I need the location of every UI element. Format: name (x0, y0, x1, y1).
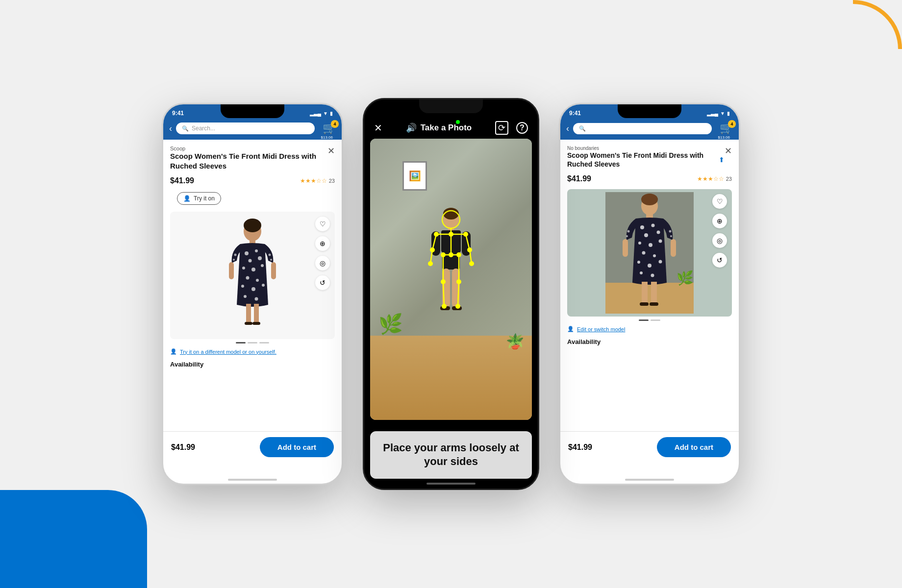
phone3-rating-count: 23 (726, 176, 732, 182)
phone3-360-button[interactable]: ◎ (712, 233, 727, 248)
svg-point-53 (434, 232, 439, 237)
svg-point-77 (657, 231, 660, 234)
svg-point-13 (241, 285, 244, 288)
phone1-notch (221, 104, 284, 118)
svg-point-11 (246, 276, 250, 280)
cart-button[interactable]: 🛒 4 $13.06 (323, 122, 336, 135)
svg-point-18 (234, 254, 237, 256)
svg-point-10 (261, 264, 264, 267)
svg-point-14 (251, 287, 255, 291)
phone3-heart-button[interactable]: ♡ (712, 194, 727, 209)
phone3-top-bar: ‹ 🔍 🛒 4 $13.06 (560, 120, 739, 140)
signal-icon: ▂▃▄ (310, 111, 321, 116)
svg-point-55 (430, 247, 435, 252)
try-on-label: Try it on (194, 195, 215, 202)
phone2-close-icon[interactable]: ✕ (374, 122, 382, 134)
phone-2: ✕ 🔊 Take a Photo ⟳ ? (363, 98, 539, 490)
svg-point-9 (251, 268, 255, 271)
phone3-notch (618, 104, 681, 118)
search-box[interactable]: 🔍 Search... (176, 122, 315, 134)
svg-rect-93 (671, 239, 676, 257)
phone1-product-image: ♡ ⊕ ◎ ↺ (170, 212, 335, 339)
phone2-audio-icon[interactable]: 🔊 (406, 122, 417, 133)
svg-point-78 (638, 242, 641, 245)
phone3-dot-indicator (560, 319, 739, 321)
phone3-cart-price: $13.06 (718, 135, 730, 140)
phone3-refresh-button[interactable]: ↺ (712, 253, 727, 268)
phone3-cart-button[interactable]: 🛒 4 $13.06 (720, 122, 733, 135)
wifi-icon: ▼ (323, 111, 328, 116)
dot-3 (259, 342, 269, 343)
phone3-image-actions: ♡ ⊕ ◎ ↺ (712, 194, 727, 268)
phone3-share-icon[interactable]: ⬆ (719, 156, 725, 164)
try-on-icon: 👤 (183, 195, 191, 202)
svg-point-56 (467, 247, 472, 252)
phone3-cart-badge: 4 (728, 120, 736, 128)
phone1-rating-count: 23 (329, 178, 335, 184)
wifi-icon-3: ▼ (720, 111, 725, 116)
phone3-close-button[interactable]: ✕ (725, 146, 732, 156)
phone3-add-to-cart-button[interactable]: Add to cart (657, 437, 731, 457)
phone1-price-rating: $41.99 ★★★☆☆ 23 (163, 173, 342, 188)
svg-point-72 (641, 194, 658, 205)
svg-point-29 (443, 208, 459, 220)
phone1-360-button[interactable]: ◎ (315, 256, 330, 270)
phone1-heart-button[interactable]: ♡ (315, 217, 330, 231)
phone1-card-header: Scoop Scoop Women's Tie Front Midi Dress… (163, 140, 342, 173)
phone1-bottom-price: $41.99 (171, 443, 195, 452)
phone2-instruction-box: Place your arms loosely at your sides (370, 431, 532, 479)
search-placeholder: Search... (192, 125, 215, 132)
svg-point-87 (651, 274, 654, 277)
phone3-no-boundaries: No boundaries (567, 146, 725, 151)
svg-rect-26 (245, 322, 252, 325)
phone1-time: 9:41 (172, 110, 184, 117)
phone2-camera-view: ✕ 🔊 Take a Photo ⟳ ? (364, 99, 538, 489)
phone1-try-model-link[interactable]: Try it on a different model or on yourse… (180, 349, 276, 355)
phone3-zoom-button[interactable]: ⊕ (712, 214, 727, 228)
svg-rect-97 (650, 302, 658, 306)
phone3-model-photo: 🌿 (567, 189, 732, 317)
svg-point-6 (249, 259, 252, 263)
phone3-search-box[interactable]: 🔍 (573, 123, 712, 134)
battery-icon-3: ▮ (727, 111, 730, 116)
phone3-edit-model-link[interactable]: Edit or switch model (577, 326, 625, 332)
decorative-blue-blob (0, 490, 147, 588)
try-model-icon: 👤 (170, 348, 177, 355)
phone1-status-icons: ▂▃▄ ▼ ▮ (310, 111, 333, 116)
phone1-add-to-cart-button[interactable]: Add to cart (260, 437, 334, 457)
phone1-try-on-button[interactable]: 👤 Try it on (177, 192, 221, 205)
phone3-dot-2 (651, 319, 660, 321)
phone1-try-model: 👤 Try it on a different model or on your… (163, 346, 342, 357)
phone1-zoom-button[interactable]: ⊕ (315, 236, 330, 251)
cart-price: $13.06 (321, 135, 333, 140)
phone3-availability-label: Availability (567, 338, 601, 345)
svg-point-80 (659, 240, 662, 243)
phone3-time: 9:41 (569, 110, 581, 117)
phone3-card-header: No boundaries Scoop Women's Tie Front Mi… (560, 140, 739, 172)
svg-point-81 (642, 251, 646, 255)
phone2-body-tracking (422, 206, 480, 353)
svg-point-60 (441, 252, 446, 257)
phone1-home-indicator (228, 479, 277, 481)
svg-point-65 (455, 304, 460, 309)
svg-point-17 (255, 297, 258, 301)
back-arrow-icon[interactable]: ‹ (169, 123, 172, 134)
phone2-camera-flip-icon[interactable]: ⟳ (495, 121, 508, 135)
phone1-product-title: Scoop Women's Tie Front Midi Dress with … (170, 151, 327, 171)
cart-badge-count: 4 (331, 120, 339, 128)
phone3-back-arrow-icon[interactable]: ‹ (566, 123, 569, 134)
svg-point-20 (269, 254, 271, 256)
svg-point-85 (659, 260, 662, 264)
svg-point-75 (651, 224, 655, 227)
svg-point-63 (456, 279, 461, 284)
svg-rect-23 (271, 262, 276, 279)
phone1-brand: Scoop (170, 146, 327, 151)
phone3-search-icon: 🔍 (579, 125, 586, 132)
svg-point-5 (255, 249, 258, 252)
phone2-right-icons: ⟳ ? (495, 121, 528, 135)
phone1-close-button[interactable]: ✕ (327, 146, 335, 156)
phone2-help-icon[interactable]: ? (516, 122, 528, 134)
phone1-refresh-button[interactable]: ↺ (315, 275, 330, 290)
phone1-stars: ★★★☆☆ (300, 177, 327, 184)
svg-point-52 (449, 232, 453, 237)
